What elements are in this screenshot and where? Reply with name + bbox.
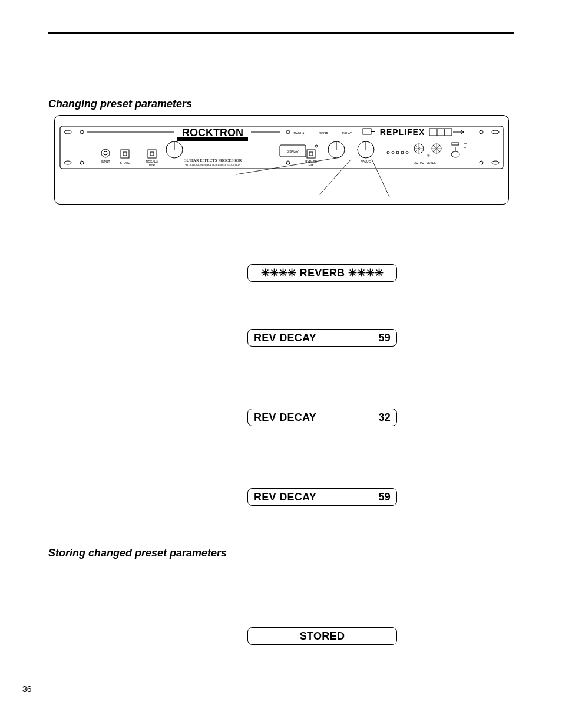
svg-point-3	[492, 130, 499, 134]
svg-line-70	[319, 159, 351, 196]
device-front-panel: ROCKTRON REPLIFEX MANUAL NOISE DELAY GUI…	[54, 115, 509, 205]
svg-rect-39	[309, 152, 313, 156]
lcd-reverb-title: ✳✳✳✳ REVERB ✳✳✳✳	[247, 264, 397, 282]
svg-point-4	[492, 161, 499, 164]
svg-text:OUTPUT LEVEL: OUTPUT LEVEL	[414, 161, 436, 164]
svg-rect-27	[123, 152, 127, 156]
lcd-label: STORED	[254, 630, 391, 643]
lcd-rev-decay-59b: REV DECAY 59	[247, 488, 397, 506]
svg-point-51	[401, 151, 404, 154]
svg-point-5	[80, 130, 84, 134]
svg-point-8	[480, 161, 483, 164]
svg-text:DISPLAY: DISPLAY	[287, 150, 299, 153]
lcd-stored: STORED	[247, 627, 397, 645]
svg-text:WITH PROGRAMMABLE HUSH NOISE R: WITH PROGRAMMABLE HUSH NOISE REDUCTION	[185, 163, 240, 166]
svg-text:®: ®	[427, 154, 430, 157]
knob-function	[328, 141, 345, 158]
svg-rect-10	[177, 139, 248, 141]
svg-rect-16	[437, 129, 444, 136]
svg-line-69	[236, 158, 336, 174]
svg-point-42	[315, 145, 318, 147]
knob-input-level	[166, 141, 183, 158]
svg-rect-13	[363, 129, 371, 134]
svg-point-50	[396, 151, 399, 154]
param-value: 59	[373, 332, 391, 344]
svg-text:MIX: MIX	[309, 163, 315, 167]
svg-rect-29	[148, 150, 156, 158]
heading-storing-parameters: Storing changed preset parameters	[48, 547, 227, 559]
svg-text:STORE: STORE	[120, 161, 130, 164]
svg-rect-17	[445, 129, 452, 136]
svg-text:BYP: BYP	[149, 163, 156, 167]
param-value: 59	[373, 491, 391, 503]
knob-value	[358, 141, 374, 158]
svg-point-48	[387, 151, 389, 154]
svg-rect-66	[452, 143, 459, 145]
svg-point-7	[480, 130, 483, 134]
rack-unit-drawing: ROCKTRON REPLIFEX MANUAL NOISE DELAY GUI…	[59, 120, 504, 199]
svg-point-65	[451, 151, 459, 157]
param-value: 32	[373, 411, 391, 424]
svg-point-1	[64, 130, 71, 134]
svg-text:DELAY: DELAY	[342, 131, 352, 135]
svg-text:MANUAL: MANUAL	[294, 131, 306, 135]
param-name: REV DECAY	[254, 491, 373, 503]
svg-text:NOISE: NOISE	[319, 131, 328, 135]
top-rule	[48, 32, 514, 34]
model-label: REPLIFEX	[380, 127, 425, 137]
svg-point-37	[286, 161, 290, 164]
svg-rect-30	[150, 152, 154, 156]
svg-rect-26	[121, 150, 129, 158]
brand-label: ROCKTRON	[182, 127, 243, 139]
svg-point-2	[64, 161, 71, 164]
stars-left: ✳✳✳✳	[261, 267, 296, 279]
svg-text:VALUE: VALUE	[361, 160, 371, 163]
svg-text:INPUT: INPUT	[101, 160, 110, 163]
stars-right: ✳✳✳✳	[348, 267, 384, 279]
page-number: 36	[22, 684, 32, 694]
lcd-rev-decay-59a: REV DECAY 59	[247, 329, 397, 347]
svg-rect-38	[307, 150, 315, 158]
device-subtitle: GUITAR EFFECTS PROCESSOR	[184, 158, 242, 163]
lcd-rev-decay-32: REV DECAY 32	[247, 409, 397, 426]
heading-changing-parameters: Changing preset parameters	[48, 98, 192, 110]
svg-point-6	[80, 161, 84, 164]
svg-point-24	[104, 151, 107, 155]
lcd-label: REVERB	[296, 267, 348, 279]
svg-point-23	[101, 149, 110, 157]
svg-point-52	[406, 151, 408, 154]
param-name: REV DECAY	[254, 332, 373, 344]
svg-point-18	[286, 130, 290, 134]
svg-point-49	[392, 151, 394, 154]
svg-line-71	[372, 159, 389, 197]
svg-rect-15	[429, 129, 437, 136]
param-name: REV DECAY	[254, 411, 373, 424]
